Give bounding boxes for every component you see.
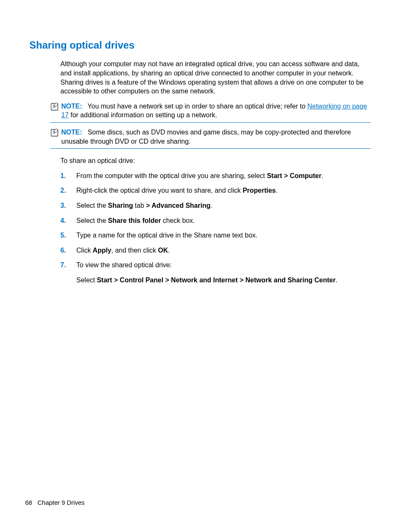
step-number: 1. <box>60 171 76 181</box>
step-number: 4. <box>60 216 76 225</box>
note-text-1: NOTE: You must have a network set up in … <box>61 102 371 120</box>
step-text: Click <box>76 247 93 254</box>
note-label: NOTE: <box>61 103 82 110</box>
step-text: tab <box>133 202 146 209</box>
step-text: . <box>322 172 323 179</box>
step-text: . <box>276 187 278 194</box>
step-number: 2. <box>60 186 76 195</box>
step-text: . <box>335 276 337 284</box>
step-number: 3. <box>60 201 76 210</box>
step-7: 7. To view the shared optical drive: Sel… <box>60 261 371 284</box>
step-text: , and then click <box>112 247 158 254</box>
note-block-2: NOTE: Some discs, such as DVD movies and… <box>50 128 371 149</box>
step-bold: Start > Computer <box>267 172 321 179</box>
note2-body: Some discs, such as DVD movies and game … <box>61 129 351 145</box>
step-bold: Sharing <box>108 202 133 209</box>
steps-list: 1. From the computer with the optical dr… <box>60 171 371 285</box>
step-4: 4. Select the Share this folder check bo… <box>60 216 371 225</box>
step-2: 2. Right-click the optical drive you wan… <box>60 186 371 195</box>
step-text: Select the <box>76 202 108 209</box>
note1-post: for additional information on setting up… <box>69 111 217 119</box>
step-bold: Properties <box>243 187 276 194</box>
step-5: 5. Type a name for the optical drive in … <box>60 231 371 240</box>
step-number: 7. <box>60 261 76 284</box>
note-block-1: NOTE: You must have a network set up in … <box>50 102 371 123</box>
note1-pre: You must have a network set up in order … <box>88 103 307 110</box>
lead-in: To share an optical drive: <box>60 156 371 165</box>
chapter-label: Chapter 9 Drives <box>37 499 85 506</box>
step-1: 1. From the computer with the optical dr… <box>60 171 371 181</box>
step-bold: Share this folder <box>108 217 161 224</box>
step-text: check box. <box>161 217 195 224</box>
step-number: 6. <box>60 246 76 255</box>
step-6: 6. Click Apply, and then click OK. <box>60 246 371 255</box>
step-bold: > Advanced Sharing <box>146 202 210 209</box>
step-bold: Start > Control Panel > Network and Inte… <box>97 276 335 284</box>
note-label: NOTE: <box>61 129 82 136</box>
step-text: To view the shared optical drive: <box>76 261 172 269</box>
step-text: Select <box>76 276 97 284</box>
step-bold: Apply <box>93 247 111 254</box>
step-text: Type a name for the optical drive in the… <box>76 231 371 240</box>
step-subpara: Select Start > Control Panel > Network a… <box>76 276 371 285</box>
page-number: 68 <box>25 499 32 506</box>
step-text: . <box>168 247 170 254</box>
section-heading: Sharing optical drives <box>29 39 371 52</box>
note-icon <box>50 128 60 140</box>
note-icon <box>50 102 60 114</box>
step-text: Right-click the optical drive you want t… <box>76 187 243 194</box>
step-text: Select the <box>76 217 108 224</box>
intro-paragraph: Although your computer may not have an i… <box>60 59 371 96</box>
note-text-2: NOTE: Some discs, such as DVD movies and… <box>61 128 371 146</box>
step-bold: OK <box>158 247 168 254</box>
step-number: 5. <box>60 231 76 240</box>
step-text: . <box>210 202 212 209</box>
page-footer: 68 Chapter 9 Drives <box>25 498 85 507</box>
step-text: From the computer with the optical drive… <box>76 172 267 179</box>
step-3: 3. Select the Sharing tab > Advanced Sha… <box>60 201 371 210</box>
